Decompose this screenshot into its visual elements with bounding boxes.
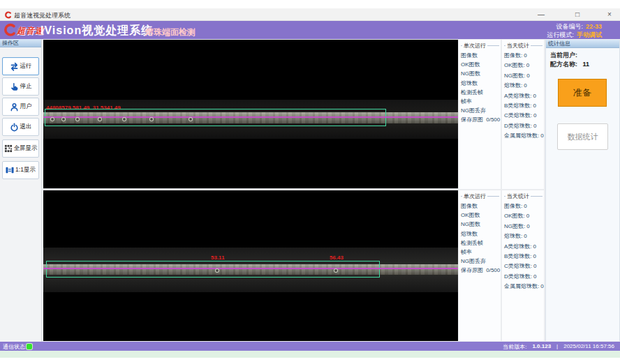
save-raw-label: 保存原图 <box>461 267 483 273</box>
today-title: 当天统计 <box>507 42 529 50</box>
stat-row: NG图丢弃 <box>461 257 501 266</box>
device-number-value: 22-33 <box>586 23 602 30</box>
bead-marker <box>61 117 66 121</box>
user-icon <box>10 103 19 112</box>
one-to-one-button[interactable]: 1:1显示 <box>2 161 39 179</box>
prepare-button[interactable]: 准备 <box>558 79 607 107</box>
exit-button-label: 退出 <box>20 123 32 131</box>
stat-row: 图像数 <box>461 202 501 211</box>
camera2-roi-rectangle <box>46 261 380 278</box>
today-stats-top: 当天统计 图像数:0 OK图数:0 NG图数:0 熔珠数:0 A类熔珠数:0 B… <box>502 40 544 189</box>
stat-row: 帧率 <box>461 248 501 257</box>
stop-button-label: 停止 <box>20 82 32 91</box>
save-raw-value: 0/500 <box>486 116 500 123</box>
stat-row: 金属屑熔珠数:0 <box>504 132 544 142</box>
stat-row: B类熔珠数:0 <box>504 252 544 262</box>
fullscreen-button-label: 全屏显示 <box>14 144 38 153</box>
stat-row: NG图数:0 <box>504 222 544 232</box>
bead-marker <box>98 117 102 121</box>
fullscreen-button[interactable]: 全屏显示 <box>2 139 39 158</box>
stat-row: A类熔珠数:0 <box>504 243 544 252</box>
stat-row: NG图数:0 <box>504 72 544 82</box>
app-subtitle: 熔珠端面检测 <box>145 26 195 38</box>
comm-status-indicator <box>27 344 32 349</box>
stat-row: 图像数:0 <box>504 52 544 61</box>
app-title: IVision视觉处理系统 <box>40 24 153 38</box>
recipe-name-value: 11 <box>583 61 590 68</box>
single-run-title: 单次运行 <box>464 192 486 200</box>
close-button[interactable]: × <box>599 9 620 20</box>
stat-row: A类熔珠数:0 <box>504 92 544 102</box>
save-raw-value: 0/500 <box>486 267 500 273</box>
stat-row: C类熔珠数:0 <box>504 262 544 272</box>
main-area: 操作区 运行 停止 <box>0 39 620 342</box>
camera-view-top[interactable]: 44808579.581.49 31.5341.49 <box>43 40 458 189</box>
camera2-measurement-label-2: 56.43 <box>330 255 344 261</box>
camera-view-bottom[interactable]: 53.11 56.43 <box>43 190 458 341</box>
stat-row: 熔珠数:0 <box>504 82 544 91</box>
exit-button[interactable]: 退出 <box>2 118 39 136</box>
window-title: 超音速视觉处理系统 <box>14 11 71 20</box>
run-button[interactable]: 运行 <box>2 57 39 75</box>
datetime-value: 2025/02/11 16:57:56 <box>563 343 614 351</box>
power-icon <box>10 123 19 132</box>
statistics-info-panel: 统计信息 当前用户: 配方名称: 11 准备 数据统计 <box>545 40 620 341</box>
single-run-stats-bottom: 单次运行 图像数 OK图数 NG图数 熔珠数 检测丢帧 帧率 NG图丢弃 保存原… <box>459 190 501 341</box>
data-statistics-button[interactable]: 数据统计 <box>557 123 608 150</box>
status-bar: 通信状态: 当前版本: 1.0.123 | 2025/02/11 16:57:5… <box>0 342 620 351</box>
version-value: 1.0.123 <box>532 343 551 351</box>
camera2-measurement-label-1: 53.11 <box>211 255 225 261</box>
run-button-label: 运行 <box>20 62 32 70</box>
stat-row: OK图数:0 <box>504 212 544 222</box>
stat-row: 熔珠数 <box>461 79 501 89</box>
stat-row: 熔珠数 <box>461 230 501 239</box>
bead-marker <box>122 117 126 121</box>
app-logo-icon <box>4 11 12 19</box>
brand-logo-icon <box>3 23 17 37</box>
window-bottom-edge <box>0 351 620 358</box>
current-user-row: 当前用户: <box>550 51 581 60</box>
bead-marker <box>334 268 338 273</box>
stat-row: D类熔珠数:0 <box>504 122 544 132</box>
bead-marker <box>75 117 80 121</box>
camera1-bead-centerline <box>43 116 458 118</box>
run-cycle-icon <box>10 62 19 71</box>
camera2-bead-centerline <box>43 268 458 269</box>
recipe-name-label: 配方名称: <box>550 61 577 68</box>
app-header: 超音速 IVision视觉处理系统 熔珠端面检测 配方 设置 外侧相机 内侧相机… <box>0 21 620 39</box>
bead-marker <box>149 117 154 121</box>
maximize-button[interactable]: □ <box>567 9 588 20</box>
current-user-label: 当前用户: <box>550 52 577 59</box>
stat-row-save-raw: 保存原图 0/500 <box>461 116 501 125</box>
info-panel-title: 统计信息 <box>546 40 619 48</box>
stop-button[interactable]: 停止 <box>2 77 39 96</box>
today-title: 当天统计 <box>507 192 529 200</box>
stat-row: 熔珠数:0 <box>504 232 544 242</box>
bead-marker <box>215 268 219 273</box>
stat-row: OK图数:0 <box>504 61 544 71</box>
minimize-button[interactable]: — <box>531 9 552 20</box>
bead-marker <box>50 117 54 121</box>
bead-marker <box>189 117 193 121</box>
stat-row: 图像数 <box>461 52 501 61</box>
stat-row: 金属屑熔珠数:0 <box>504 282 544 292</box>
version-separator: | <box>556 343 558 351</box>
ivision-app-window: 超音速视觉处理系统 — □ × 超音速 IVision视觉处理系统 熔珠端面检测… <box>0 0 620 364</box>
stat-row: 检测丢帧 <box>461 89 501 98</box>
one-to-one-icon <box>6 166 14 174</box>
stop-hand-icon <box>10 82 19 91</box>
device-number-label: 设备编号: <box>556 23 583 30</box>
user-button-label: 用户 <box>20 103 32 111</box>
user-button[interactable]: 用户 <box>2 98 39 116</box>
comm-status-label: 通信状态: <box>3 343 27 351</box>
fullscreen-grid-icon <box>4 144 13 153</box>
single-run-stats-top: 单次运行 图像数 OK图数 NG图数 熔珠数 检测丢帧 帧率 NG图丢弃 保存原… <box>459 40 501 189</box>
stat-row: NG图数 <box>461 220 501 229</box>
run-mode-value: 手动调试 <box>577 31 602 38</box>
stat-row: OK图数 <box>461 211 501 220</box>
stat-row: B类熔珠数:0 <box>504 102 544 112</box>
save-raw-label: 保存原图 <box>461 116 483 123</box>
run-mode-label: 运行模式: <box>547 31 574 38</box>
sidebar-title: 操作区 <box>0 39 41 47</box>
single-run-title: 单次运行 <box>464 42 486 50</box>
